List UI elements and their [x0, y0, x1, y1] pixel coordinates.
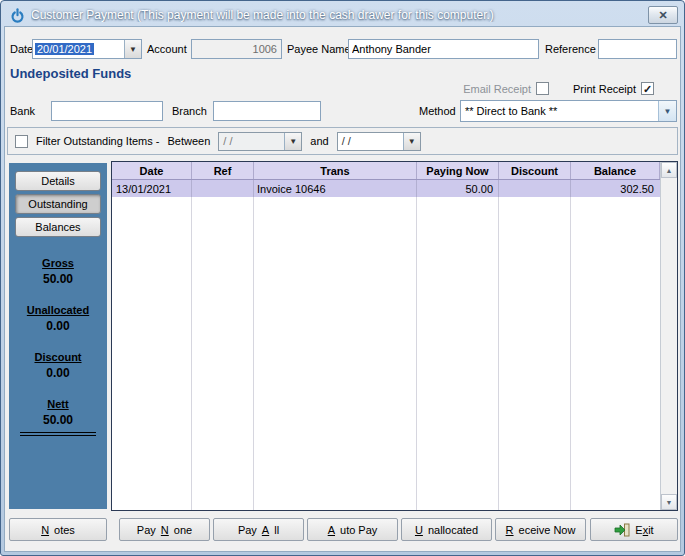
table-cell: 13/01/2021: [112, 180, 192, 197]
nett-total: Nett 50.00: [9, 398, 107, 436]
email-receipt-label: Email Receipt: [463, 83, 531, 95]
bank-label: Bank: [10, 105, 35, 117]
discount-value: 0.00: [9, 366, 107, 380]
exit-label: Exit: [635, 524, 653, 536]
outstanding-items-grid: DateRefTransPaying NowDiscountBalance 13…: [111, 161, 678, 511]
filter-to-dropdown-button[interactable]: ▼: [403, 133, 420, 150]
table-cell: 50.00: [417, 180, 499, 197]
close-button[interactable]: ✕: [648, 6, 678, 24]
gross-label: Gross: [9, 257, 107, 269]
check-icon: ✓: [643, 84, 652, 94]
date-dropdown-button[interactable]: ▼: [124, 40, 141, 58]
column-header-trans: Trans: [254, 162, 417, 179]
app-icon: [9, 7, 25, 23]
sidebar: Details Outstanding Balances Gross 50.00…: [9, 163, 107, 509]
chevron-down-icon: ▼: [129, 45, 137, 54]
chevron-down-icon: ▼: [408, 137, 416, 146]
grid-rows: 13/01/2021Invoice 1064650.00302.50: [112, 180, 660, 510]
outstanding-tab[interactable]: Outstanding: [15, 194, 101, 214]
grid-scrollbar[interactable]: ▲ ▼: [660, 162, 677, 510]
unallocated-label: Unallocated: [9, 304, 107, 316]
scroll-down-icon: ▼: [666, 499, 673, 506]
filter-from-value: / /: [219, 133, 284, 150]
email-receipt-checkbox[interactable]: ✓: [536, 82, 549, 95]
customer-payment-window: Customer Payment (This payment will be m…: [0, 0, 685, 556]
branch-label: Branch: [172, 105, 207, 117]
bank-input[interactable]: [51, 101, 163, 121]
table-cell: [499, 180, 571, 197]
exit-icon: [614, 523, 630, 537]
and-label: and: [310, 135, 328, 147]
branch-input[interactable]: [213, 101, 321, 121]
reference-label: Reference: [545, 43, 596, 55]
account-value: 1006: [192, 43, 281, 55]
discount-total: Discount 0.00: [9, 351, 107, 380]
filter-panel: ✓ Filter Outstanding Items - Between / /…: [7, 127, 678, 155]
column-header-discount: Discount: [499, 162, 571, 179]
payee-name-input[interactable]: [348, 39, 539, 59]
nett-value: 50.00: [9, 413, 107, 427]
scroll-up-icon: ▲: [666, 167, 673, 174]
table-row[interactable]: 13/01/2021Invoice 1064650.00302.50: [112, 180, 660, 197]
titlebar[interactable]: Customer Payment (This payment will be m…: [4, 4, 681, 26]
unallocated-value: 0.00: [9, 319, 107, 333]
method-label: Method: [419, 105, 456, 117]
date-input[interactable]: 20/01/2021 ▼: [32, 39, 142, 59]
method-value: ** Direct to Bank **: [461, 101, 658, 121]
account-input: 1006: [191, 39, 282, 59]
receive-now-button[interactable]: Receive Now: [495, 518, 586, 541]
filter-to-date-input[interactable]: / / ▼: [337, 132, 421, 151]
between-label: Between: [168, 135, 211, 147]
account-label: Account: [147, 43, 187, 55]
payee-name-label: Payee Name: [287, 43, 351, 55]
nett-total-rule: [20, 432, 96, 436]
date-label: Date: [10, 43, 33, 55]
reference-input[interactable]: [598, 39, 677, 59]
grid-header: DateRefTransPaying NowDiscountBalance: [112, 162, 660, 180]
window-title: Customer Payment (This payment will be m…: [31, 8, 642, 22]
section-title: Undeposited Funds: [10, 66, 131, 81]
notes-button[interactable]: Notes: [9, 518, 107, 541]
table-cell: Invoice 10646: [254, 180, 417, 197]
scroll-up-button[interactable]: ▲: [661, 162, 677, 178]
filter-to-value: / /: [338, 133, 403, 150]
gross-value: 50.00: [9, 272, 107, 286]
table-cell: [192, 180, 254, 197]
close-icon: ✕: [658, 9, 667, 22]
discount-label: Discount: [9, 351, 107, 363]
date-value: 20/01/2021: [35, 43, 94, 55]
balances-tab[interactable]: Balances: [15, 217, 101, 237]
filter-label: Filter Outstanding Items -: [36, 135, 160, 147]
pay-all-button[interactable]: Pay All: [213, 518, 304, 541]
filter-outstanding-checkbox[interactable]: ✓: [15, 135, 28, 148]
nett-label: Nett: [9, 398, 107, 410]
receipt-options: Email Receipt ✓ Print Receipt ✓: [463, 82, 654, 95]
column-header-balance: Balance: [571, 162, 660, 179]
column-header-paying-now: Paying Now: [417, 162, 499, 179]
exit-button[interactable]: Exit: [590, 518, 678, 541]
details-tab[interactable]: Details: [15, 171, 101, 191]
totals-panel: Gross 50.00 Unallocated 0.00 Discount 0.…: [9, 257, 107, 436]
filter-from-dropdown-button[interactable]: ▼: [284, 133, 301, 150]
column-header-date: Date: [112, 162, 192, 179]
table-cell: 302.50: [571, 180, 660, 197]
chevron-down-icon: ▼: [664, 107, 672, 116]
pay-none-button[interactable]: Pay None: [119, 518, 210, 541]
dialog-body: Date 20/01/2021 ▼ Account 1006 Payee Nam…: [4, 26, 681, 552]
chevron-down-icon: ▼: [289, 137, 297, 146]
column-header-ref: Ref: [192, 162, 254, 179]
gross-total: Gross 50.00: [9, 257, 107, 286]
unallocated-button[interactable]: Unallocated: [401, 518, 492, 541]
auto-pay-button[interactable]: Auto Pay: [307, 518, 398, 541]
print-receipt-checkbox[interactable]: ✓: [641, 82, 654, 95]
unallocated-total: Unallocated 0.00: [9, 304, 107, 333]
method-select[interactable]: ** Direct to Bank ** ▼: [460, 100, 677, 122]
print-receipt-label: Print Receipt: [573, 83, 636, 95]
filter-from-date-input[interactable]: / / ▼: [218, 132, 302, 151]
method-dropdown-button[interactable]: ▼: [658, 101, 676, 121]
scroll-down-button[interactable]: ▼: [661, 494, 677, 510]
